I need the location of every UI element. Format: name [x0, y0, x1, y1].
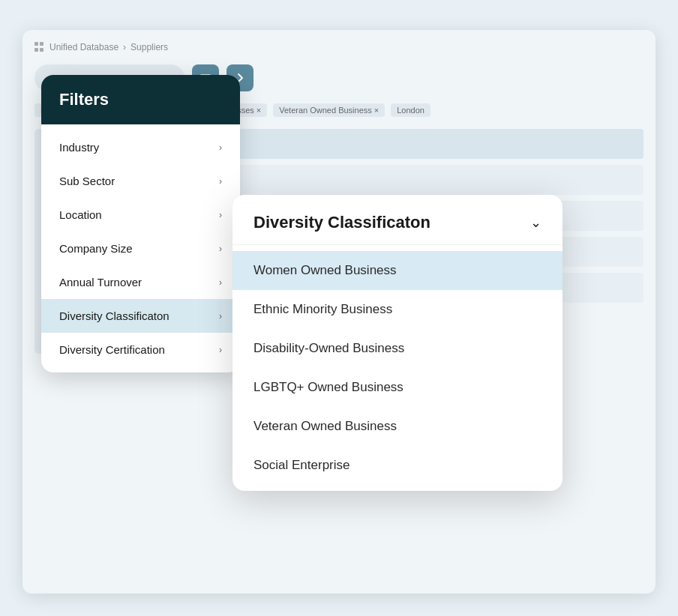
dropdown-item-veteran-owned-label: Veteran Owned Business — [254, 419, 397, 433]
breadcrumb-text: Unified Database — [50, 42, 118, 52]
breadcrumb-page: Suppliers — [130, 42, 168, 52]
filter-item-diversity-classification[interactable]: Diversity Classificaton › — [41, 299, 240, 333]
filter-item-company-size-label: Company Size — [59, 242, 133, 255]
chevron-right-icon: › — [219, 311, 222, 321]
filter-item-diversity-certification-label: Diversity Certification — [59, 343, 165, 356]
filter-item-company-size[interactable]: Company Size › — [41, 232, 240, 265]
tag-3-label: Veteran Owned Business × — [279, 106, 379, 115]
filter-item-location[interactable]: Location › — [41, 198, 240, 232]
filter-item-industry-label: Industry — [59, 141, 99, 154]
filter-item-location-label: Location — [59, 208, 102, 221]
dropdown-item-veteran-owned[interactable]: Veteran Owned Business — [232, 407, 562, 446]
filter-item-annual-turnover[interactable]: Annual Turnover › — [41, 265, 240, 299]
chevron-right-icon: › — [219, 210, 222, 220]
grid-icon — [34, 42, 45, 52]
dropdown-header[interactable]: Diversity Classificaton ⌄ — [232, 195, 562, 245]
breadcrumb: Unified Database › Suppliers — [34, 42, 644, 52]
filter-item-diversity-certification[interactable]: Diversity Certification › — [41, 333, 240, 366]
chevron-right-icon: › — [219, 176, 222, 187]
tag-4-label: London — [397, 106, 424, 115]
chevron-down-icon: ⌄ — [530, 214, 542, 231]
dropdown-item-social-enterprise[interactable]: Social Enterprise — [232, 446, 562, 485]
chevron-right-icon: › — [219, 244, 222, 254]
filters-header: Filters — [41, 75, 240, 124]
chevron-right-icon: › — [219, 345, 222, 355]
dropdown-title: Diversity Classificaton — [254, 213, 430, 232]
filter-item-annual-turnover-label: Annual Turnover — [59, 276, 142, 289]
dropdown-item-social-enterprise-label: Social Enterprise — [254, 458, 350, 472]
dropdown-item-disability-owned-label: Disability-Owned Business — [254, 341, 404, 355]
chevron-right-icon: › — [219, 142, 222, 153]
dropdown-item-lgbtq-owned-label: LGBTQ+ Owned Business — [254, 380, 404, 394]
chevron-right-icon: › — [219, 277, 222, 288]
tag-3[interactable]: Veteran Owned Business × — [273, 103, 385, 117]
dropdown-item-ethnic-minority-label: Ethnic Minority Business — [254, 302, 392, 316]
filters-list: Industry › Sub Sector › Location › Compa… — [41, 124, 240, 372]
diversity-classification-dropdown: Diversity Classificaton ⌄ Women Owned Bu… — [232, 195, 562, 491]
dropdown-item-lgbtq-owned[interactable]: LGBTQ+ Owned Business — [232, 368, 562, 407]
filter-item-industry[interactable]: Industry › — [41, 130, 240, 164]
dropdown-item-women-owned[interactable]: Women Owned Business — [232, 251, 562, 290]
filters-panel: Filters Industry › Sub Sector › Location… — [41, 75, 240, 372]
filter-item-diversity-classification-label: Diversity Classificaton — [59, 309, 170, 322]
dropdown-list: Women Owned Business Ethnic Minority Bus… — [232, 245, 562, 491]
filter-item-sub-sector[interactable]: Sub Sector › — [41, 164, 240, 198]
tag-4[interactable]: London — [391, 103, 430, 117]
breadcrumb-sep: › — [123, 42, 126, 52]
filters-title: Filters — [59, 90, 109, 109]
dropdown-item-disability-owned[interactable]: Disability-Owned Business — [232, 329, 562, 368]
dropdown-item-women-owned-label: Women Owned Business — [254, 263, 397, 277]
dropdown-item-ethnic-minority[interactable]: Ethnic Minority Business — [232, 290, 562, 329]
filter-item-sub-sector-label: Sub Sector — [59, 175, 115, 187]
